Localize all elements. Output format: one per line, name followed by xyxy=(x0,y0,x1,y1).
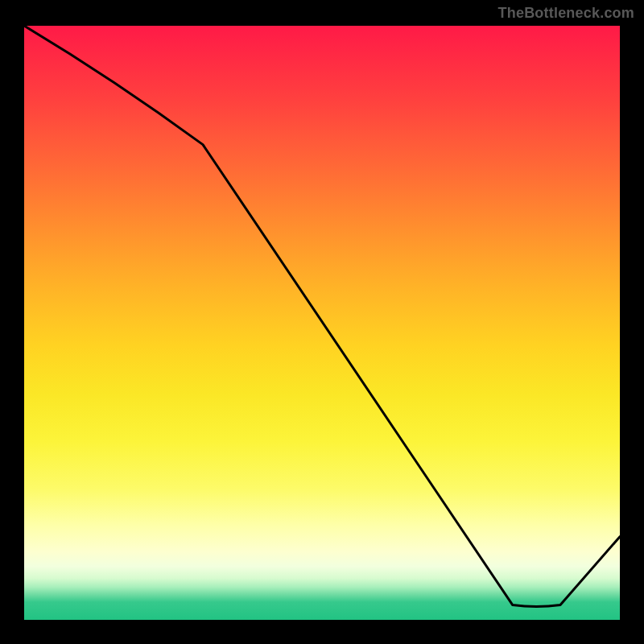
plot-area xyxy=(24,26,620,620)
attribution-label: TheBottleneck.com xyxy=(498,5,634,22)
curve-layer xyxy=(24,26,620,620)
figure-root: TheBottleneck.com xyxy=(0,0,644,644)
curve-path xyxy=(24,26,620,606)
